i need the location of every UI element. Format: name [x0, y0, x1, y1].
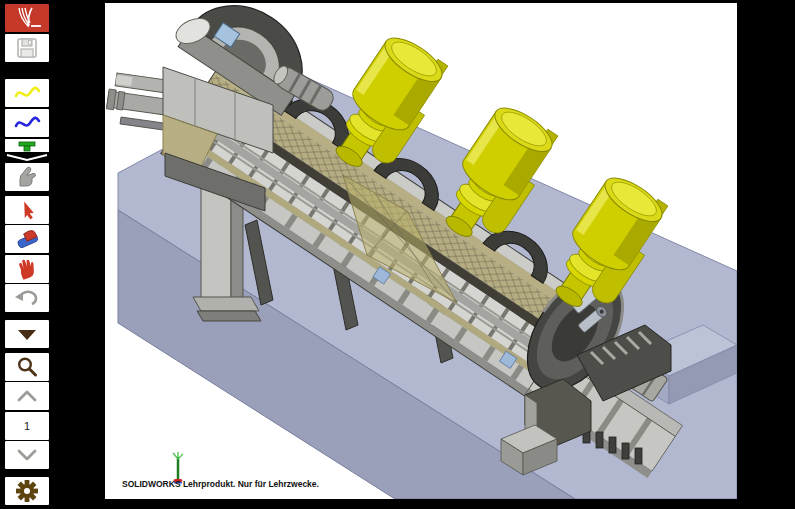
eraser-icon — [13, 227, 41, 251]
collapse-button[interactable] — [5, 320, 49, 348]
magnifier-icon — [15, 355, 39, 379]
undo-arrow-icon — [14, 286, 40, 310]
magnify-button[interactable] — [5, 353, 49, 381]
triangle-down-icon — [14, 325, 40, 343]
chevron-down-icon — [14, 446, 40, 464]
brand-scribble-button[interactable] — [5, 4, 49, 32]
scribble-logo-icon — [10, 6, 44, 30]
save-button[interactable] — [5, 34, 49, 62]
blue-squiggle-icon — [11, 112, 43, 134]
red-cursor-icon — [15, 198, 39, 222]
floppy-disk-icon — [15, 36, 39, 60]
select-pointer-button[interactable] — [5, 196, 49, 224]
page-previous-button[interactable] — [5, 382, 49, 410]
page-number-label: 1 — [24, 420, 30, 432]
pan-hand-button[interactable] — [5, 163, 49, 191]
gear-icon — [15, 479, 39, 503]
undo-button[interactable] — [5, 284, 49, 312]
yellow-squiggle-icon — [11, 82, 43, 104]
settings-button[interactable] — [5, 477, 49, 505]
cad-scene[interactable] — [105, 3, 737, 499]
drawing-canvas[interactable]: SOLIDWORKS Lehrprodukt. Nur für Lehrzwec… — [105, 3, 737, 499]
eraser-button[interactable] — [5, 225, 49, 253]
glove-hand-icon — [14, 165, 40, 189]
red-hand-icon — [14, 257, 40, 281]
touch-hand-button[interactable] — [5, 255, 49, 283]
page-indicator[interactable]: 1 — [5, 412, 49, 440]
green-highlighter-button[interactable] — [5, 139, 49, 163]
blue-pen-button[interactable] — [5, 109, 49, 137]
app-window: { "app": { "background": "#000000", "kin… — [0, 0, 795, 509]
page-next-button[interactable] — [5, 441, 49, 469]
chevron-up-icon — [14, 387, 40, 405]
yellow-pen-button[interactable] — [5, 79, 49, 107]
green-highlighter-icon — [5, 139, 49, 163]
watermark-text: SOLIDWORKS Lehrprodukt. Nur für Lehrzwec… — [122, 479, 319, 489]
